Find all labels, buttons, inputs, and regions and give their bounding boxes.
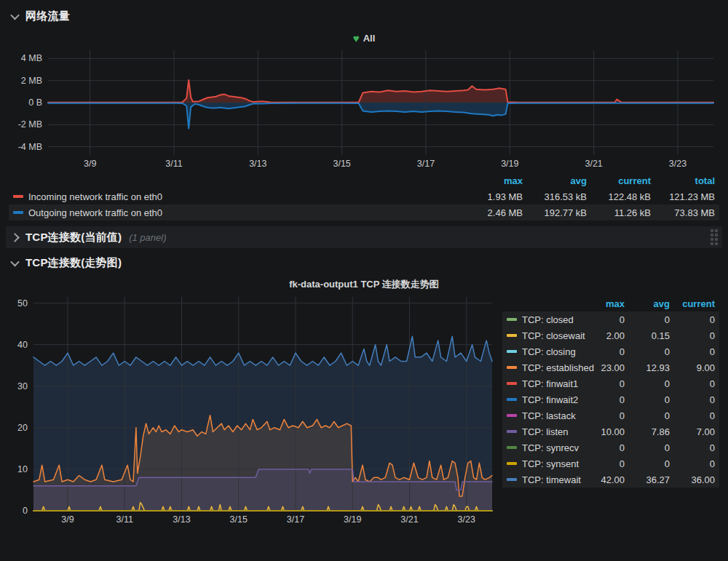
legend-row: TCP: closewait2.000.150	[502, 327, 719, 343]
legend-value-avg: 0	[625, 394, 670, 405]
legend-value-avg: 0	[625, 442, 670, 453]
legend-value-max: 0	[579, 378, 625, 389]
series-color-swatch-icon	[507, 462, 517, 465]
legend-sort-header-max[interactable]: max	[459, 175, 523, 186]
legend-header-row: maxavgcurrent	[502, 295, 719, 311]
network-traffic-chart[interactable]: 4 MB2 MB0 B-2 MB-4 MB3/93/113/133/153/17…	[9, 46, 725, 171]
svg-text:0 B: 0 B	[28, 98, 42, 108]
legend-value-max: 1.93 MB	[459, 191, 523, 202]
legend-value-current: 0	[670, 330, 715, 341]
legend-value-current: 0	[670, 346, 715, 357]
svg-text:3/15: 3/15	[230, 514, 248, 525]
series-color-swatch-icon	[507, 478, 517, 481]
panel-title-text: All	[363, 33, 376, 44]
legend-series-toggle[interactable]: TCP: closewait	[507, 330, 579, 341]
svg-text:-4 MB: -4 MB	[18, 142, 42, 152]
legend-sort-header-max[interactable]: max	[579, 298, 625, 309]
legend-series-label: TCP: finwait2	[522, 394, 578, 405]
legend-value-max: 0	[579, 394, 625, 405]
legend-series-toggle[interactable]: TCP: listen	[507, 426, 579, 437]
series-fills	[48, 80, 713, 129]
legend-series-label: TCP: synrecv	[522, 442, 579, 453]
legend-value-avg: 0	[625, 378, 670, 389]
legend-value-max: 0	[579, 314, 625, 325]
legend-value-max: 2.00	[579, 330, 625, 341]
svg-text:40: 40	[17, 340, 28, 350]
legend-value-current: 0	[670, 458, 715, 469]
legend-series-label: TCP: closewait	[522, 330, 585, 341]
legend-sort-header-avg[interactable]: avg	[625, 298, 670, 309]
svg-text:3/17: 3/17	[417, 159, 435, 169]
legend-value-max: 42.00	[579, 474, 625, 485]
legend-series-label: TCP: synsent	[522, 458, 579, 469]
row-header-tcp-trend[interactable]: TCP连接数(走势图)	[6, 251, 722, 275]
panel-count-note: (1 panel)	[129, 232, 166, 243]
legend-series-toggle[interactable]: Outgoing network traffic on eth0	[13, 207, 459, 218]
legend-series-toggle[interactable]: TCP: synsent	[507, 458, 579, 469]
svg-text:4 MB: 4 MB	[21, 53, 42, 63]
heart-icon: ♥	[353, 33, 360, 44]
svg-text:3/15: 3/15	[333, 159, 350, 169]
legend-series-label: TCP: closing	[522, 346, 576, 357]
svg-text:3/21: 3/21	[585, 159, 602, 169]
legend-row: TCP: established23.0012.939.00	[502, 359, 719, 375]
legend-series-toggle[interactable]: TCP: finwait1	[507, 378, 579, 389]
legend-row: TCP: closed000	[502, 311, 719, 327]
legend-series-toggle[interactable]: TCP: synrecv	[507, 442, 579, 453]
legend-header-row: maxavgcurrenttotal	[9, 172, 719, 188]
series-color-swatch-icon	[13, 211, 23, 214]
legend-sort-header-current[interactable]: current	[587, 175, 651, 186]
legend-value-max: 2.46 MB	[459, 207, 523, 218]
legend-row: TCP: synrecv000	[502, 439, 719, 455]
svg-text:3/9: 3/9	[61, 514, 74, 525]
series-color-swatch-icon	[507, 414, 517, 417]
legend-value-avg: 12.93	[625, 362, 670, 373]
legend-value-current: 0	[670, 394, 715, 405]
svg-text:20: 20	[17, 423, 28, 433]
series-color-swatch-icon	[507, 430, 517, 433]
legend-sort-header-total[interactable]: total	[651, 175, 715, 186]
legend-series-toggle[interactable]: TCP: established	[507, 362, 579, 373]
svg-text:3/11: 3/11	[116, 514, 133, 525]
legend-sort-header-avg[interactable]: avg	[523, 175, 587, 186]
legend-series-toggle[interactable]: TCP: closed	[507, 314, 579, 325]
legend-series-toggle[interactable]: TCP: finwait2	[507, 394, 579, 405]
panel-title-network[interactable]: ♥ All	[9, 30, 719, 46]
legend-series-label: Outgoing network traffic on eth0	[28, 207, 162, 218]
series-color-swatch-icon	[507, 382, 517, 385]
legend-value-current: 0	[670, 410, 715, 421]
legend-sort-header-current[interactable]: current	[670, 298, 715, 309]
dashboard: 网络流量 ♥ All 4 MB2 MB0 B-2 MB-4 MB3/93/113…	[0, 0, 728, 533]
legend-series-label: TCP: finwait1	[522, 378, 578, 389]
panel-title-tcp[interactable]: fk-data-output1 TCP 连接数走势图	[9, 276, 719, 293]
series-color-swatch-icon	[13, 195, 23, 198]
chevron-right-icon	[10, 233, 20, 242]
legend-value-avg: 0	[625, 314, 670, 325]
legend-series-toggle[interactable]: TCP: closing	[507, 346, 579, 357]
legend-series-toggle[interactable]: TCP: timewait	[507, 474, 579, 485]
panel-network-traffic: ♥ All 4 MB2 MB0 B-2 MB-4 MB3/93/113/133/…	[6, 28, 722, 223]
row-header-network[interactable]: 网络流量	[6, 4, 722, 28]
legend-value-avg: 36.27	[625, 474, 670, 485]
row-header-tcp-current[interactable]: TCP连接数(当前值) (1 panel)	[6, 226, 722, 248]
legend-series-label: TCP: closed	[522, 314, 574, 325]
series-color-swatch-icon	[507, 318, 517, 321]
legend-series-toggle[interactable]: TCP: lastack	[507, 410, 579, 421]
legend-value-current: 0	[670, 442, 715, 453]
series-color-swatch-icon	[507, 350, 517, 353]
legend-value-current: 36.00	[670, 474, 715, 485]
tcp-trend-chart[interactable]: 010203040503/93/113/133/153/173/193/213/…	[9, 293, 495, 530]
series-color-swatch-icon	[507, 446, 517, 449]
svg-text:3/19: 3/19	[501, 159, 518, 169]
series-color-swatch-icon	[507, 398, 517, 401]
svg-text:3/21: 3/21	[400, 514, 418, 525]
legend-value-avg: 0.15	[625, 330, 670, 341]
svg-text:-2 MB: -2 MB	[18, 119, 42, 130]
svg-text:0: 0	[23, 506, 28, 516]
legend-row: TCP: finwait2000	[502, 391, 719, 407]
legend-series-toggle[interactable]: Incoming network traffic on eth0	[13, 191, 459, 202]
svg-text:2 MB: 2 MB	[21, 76, 42, 86]
drag-handle-icon[interactable]	[711, 229, 718, 245]
legend-value-avg: 192.77 kB	[523, 207, 587, 218]
svg-text:3/17: 3/17	[287, 514, 304, 525]
